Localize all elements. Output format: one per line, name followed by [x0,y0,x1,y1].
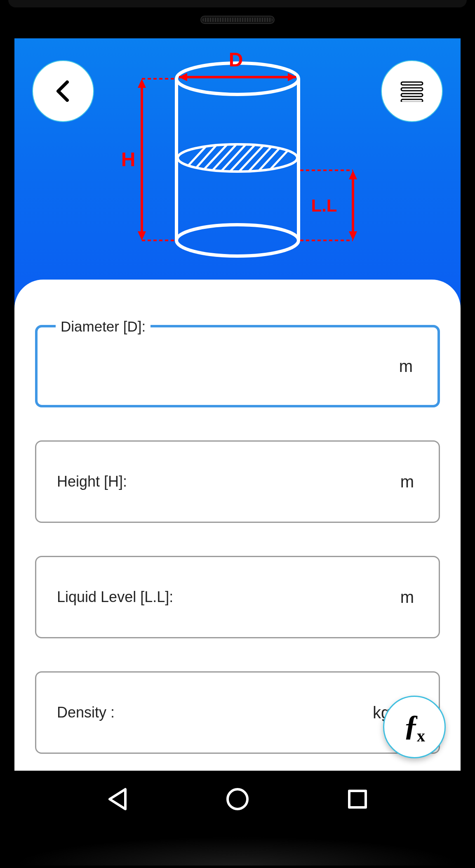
svg-marker-31 [349,170,357,179]
svg-point-5 [176,225,299,256]
svg-marker-32 [349,231,357,240]
liquid-level-input[interactable] [36,557,439,637]
diagram-label-h: H [121,148,136,170]
svg-rect-35 [349,791,366,807]
diameter-input[interactable] [38,327,437,405]
input-panel: Diameter [D]: Diameter [D]: m Height [H]… [14,280,461,771]
svg-marker-27 [138,231,146,240]
svg-rect-3 [401,99,423,102]
fx-icon: ƒx [404,708,425,746]
liquid-level-field[interactable]: Liquid Level [L.L]: Liquid Level [L.L]: … [35,556,440,638]
device-speaker [200,16,275,24]
height-field[interactable]: Height [H]: Height [H]: m [35,440,440,523]
android-home-button[interactable] [224,786,251,812]
android-back-button[interactable] [104,786,131,812]
density-input[interactable] [36,673,439,753]
device-bottom-shadow [13,837,462,866]
square-recent-icon [347,788,368,810]
back-button[interactable] [32,60,94,122]
android-recent-button[interactable] [344,786,371,812]
circle-home-icon [225,787,250,812]
density-field[interactable]: Density : Density : kg/m³ [35,671,440,754]
diameter-legend: Diameter [D]: [56,318,150,335]
app-screen: D H L.L Diameter [D]: Diameter [ [14,38,461,771]
menu-icon [400,80,424,102]
diagram-label-ll: L.L [311,196,337,215]
tank-diagram: D H L.L [106,47,369,269]
diagram-label-d: D [229,49,243,71]
diameter-field[interactable]: Diameter [D]: Diameter [D]: m [35,325,440,407]
height-input[interactable] [36,442,439,522]
svg-marker-26 [138,79,146,88]
chevron-left-icon [53,80,73,102]
calculate-fab[interactable]: ƒx [383,696,446,758]
triangle-back-icon [107,788,128,811]
svg-rect-0 [401,82,423,85]
svg-rect-1 [401,88,423,91]
menu-button[interactable] [381,60,443,122]
header-area: D H L.L [14,38,461,319]
svg-marker-33 [110,789,125,809]
svg-rect-2 [401,94,423,96]
android-nav-bar [0,775,475,823]
svg-point-34 [228,789,247,809]
